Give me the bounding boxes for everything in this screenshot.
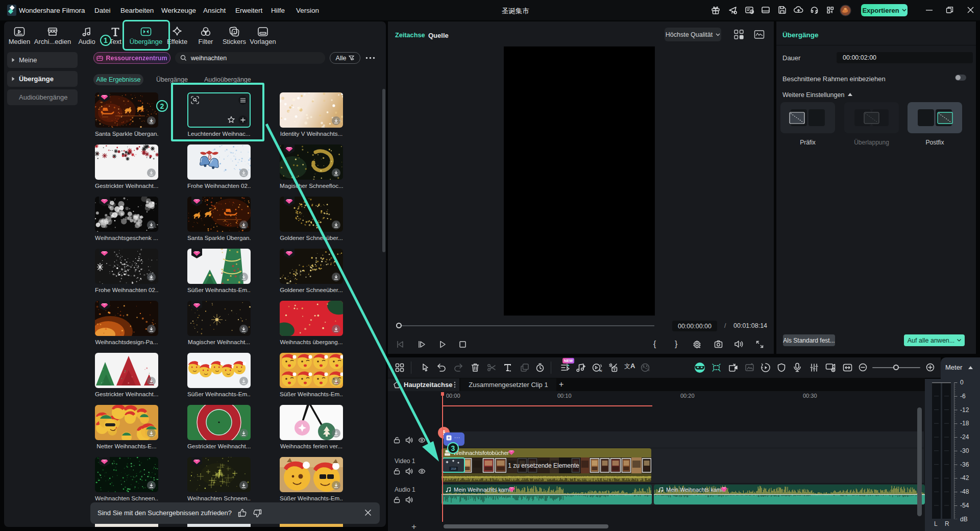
svg-text:AI: AI <box>599 369 602 372</box>
svg-text:AI: AI <box>647 369 650 372</box>
svg-text:2018: 2018 <box>451 468 456 470</box>
